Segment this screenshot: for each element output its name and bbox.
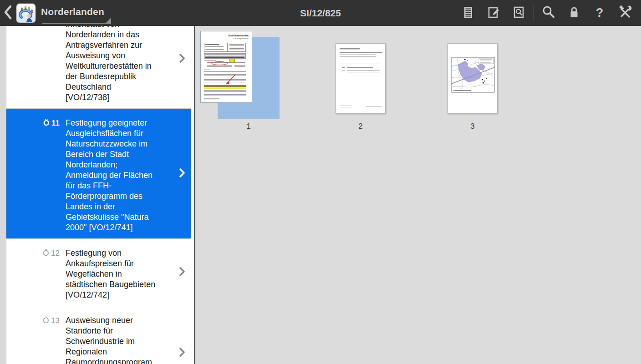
yellow-highlight-block (204, 85, 246, 89)
map-graphic (448, 44, 498, 114)
help-icon: ? (596, 6, 604, 20)
agenda-item-vo742[interactable]: Ö 12 Festlegung von Ankaufspreisen für W… (6, 238, 191, 306)
back-icon (3, 5, 13, 22)
actionbar: Norderlanden SI/12/825 (0, 0, 641, 26)
doc-footer-right (237, 99, 249, 100)
chevron-right-icon (179, 168, 185, 180)
doc-footer-right (366, 106, 382, 107)
agenda-item-vo743[interactable]: Ö 13 Ausweisung neuer Standorte für Schw… (6, 306, 191, 364)
doc-paragraph (204, 90, 246, 96)
doc-rule (340, 52, 382, 53)
list-item-line (347, 71, 380, 73)
agenda-list: Innenstadt von Norderlanden in das Antra… (6, 26, 194, 364)
chevron-right-icon (179, 347, 185, 359)
back-button[interactable] (0, 0, 16, 26)
sidebar-gutter (0, 26, 6, 364)
doc-lead-line (340, 64, 380, 65)
actionbar-left-group: Norderlanden (0, 0, 104, 26)
actionbar-right-group: ? (455, 0, 641, 26)
agenda-list-icon (461, 5, 475, 21)
agenda-item-title: Festlegung von Ankaufspreisen für Wegefl… (66, 248, 174, 300)
agenda-item-title: Innenstadt von Norderlanden in das Antra… (66, 26, 174, 103)
agenda-item-title: Ausweisung neuer Standorte für Schwerind… (66, 315, 174, 364)
title-dropdown-caret-icon (106, 18, 111, 23)
tools-icon (617, 5, 633, 22)
page-thumbnail-2[interactable] (336, 43, 386, 113)
doc-footer-left (340, 106, 352, 108)
agenda-list-button[interactable] (455, 0, 481, 26)
help-button[interactable]: ? (587, 0, 612, 26)
page-thumbnail-1[interactable]: Stadt Norderlanden Der Bürgermeister (200, 31, 252, 103)
doc-heading (340, 55, 376, 57)
agenda-item-number: Ö 11 (6, 118, 66, 233)
page-number-label: 1 (218, 122, 280, 131)
tools-button[interactable] (612, 0, 638, 26)
sidebar: Innenstadt von Norderlanden in das Antra… (0, 26, 194, 364)
page-search-button[interactable] (506, 0, 532, 26)
agenda-item-title: Festlegung geeigneter Ausgleichsflächen … (66, 118, 174, 233)
chevron-right-icon (179, 267, 185, 278)
app-title[interactable]: Norderlanden (41, 6, 104, 20)
actionbar-divider (534, 5, 534, 21)
search-button[interactable] (536, 0, 561, 26)
title-dropdown-underline (42, 23, 111, 24)
agenda-item-vo738[interactable]: Innenstadt von Norderlanden in das Antra… (6, 26, 191, 108)
agenda-item-number: Ö 12 (6, 248, 66, 300)
highlighted-text (204, 85, 246, 89)
annotate-page-icon (486, 5, 501, 21)
app-body: Innenstadt von Norderlanden in das Antra… (0, 26, 641, 364)
page-search-icon (512, 5, 526, 21)
page-thumbnail-3[interactable] (448, 43, 498, 113)
search-icon (541, 5, 556, 22)
agenda-item-number (6, 26, 66, 103)
page-number-label: 2 (330, 122, 392, 131)
page-number-label: 3 (442, 122, 504, 131)
agenda-item-vo741-selected[interactable]: Ö 11 Festlegung geeigneter Ausgleichsflä… (6, 108, 191, 238)
doc-paragraph (340, 48, 360, 51)
doc-footer-left (204, 98, 219, 101)
annotate-page-button[interactable] (481, 0, 506, 26)
content-area: Stadt Norderlanden Der Bürgermeister (195, 26, 641, 364)
chevron-right-icon (179, 53, 185, 65)
list-marker (342, 67, 345, 68)
agenda-item-number: Ö 13 (6, 315, 66, 364)
lock-button[interactable] (561, 0, 587, 26)
lock-icon (567, 5, 581, 21)
doc-subheading (340, 58, 363, 59)
list-item-line (347, 67, 373, 68)
list-marker (342, 71, 345, 71)
app-icon[interactable] (16, 4, 36, 23)
